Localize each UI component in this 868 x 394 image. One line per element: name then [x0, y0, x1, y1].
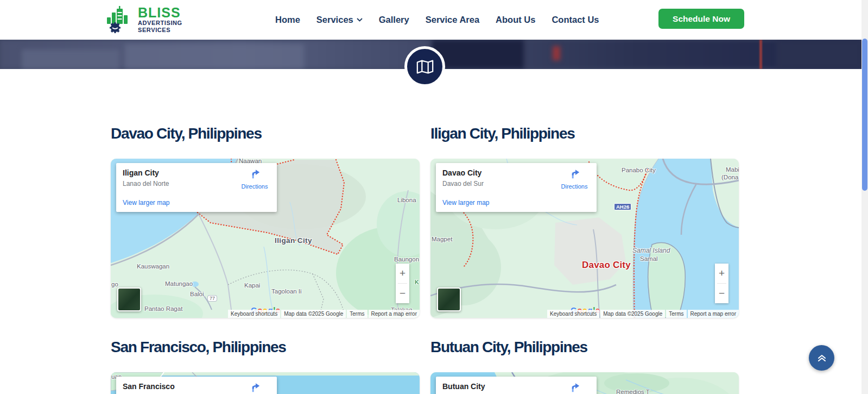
nav-about-us[interactable]: About Us	[496, 15, 535, 25]
map-card-subtitle: Lanao del Norte	[123, 180, 169, 187]
map-label: Iligan City	[275, 236, 312, 245]
logo-line2: ADVERTISING	[138, 20, 182, 26]
map-label: Matungao	[165, 280, 193, 287]
map-label: Baloi	[190, 291, 204, 297]
map-label: Tagoloan Ii	[271, 288, 302, 295]
map-info-card: Iligan City Lanao del Norte Directions V…	[116, 163, 277, 212]
google-map-embed[interactable]: Remedios T Butuan City + − Google Keyboa…	[430, 372, 739, 394]
map-label: Davao City	[582, 260, 631, 271]
map-label: Samal Island	[632, 247, 670, 254]
map-card-subtitle: Davao del Sur	[442, 180, 484, 187]
map-label: Panabo City	[622, 167, 656, 173]
map-icon	[416, 59, 434, 75]
attribution-item[interactable]: Keyboard shortcuts	[547, 310, 599, 318]
satellite-view-toggle[interactable]	[437, 287, 461, 311]
map-label: AH26	[614, 203, 631, 210]
directions-icon	[249, 381, 261, 393]
map-label: go	[111, 281, 118, 287]
view-larger-map-link[interactable]: View larger map	[442, 199, 489, 207]
nav-services[interactable]: Services	[316, 15, 363, 25]
map-card-title: Davao City	[442, 168, 481, 177]
nav-service-area[interactable]: Service Area	[426, 15, 479, 25]
directions-label[interactable]: Directions	[556, 183, 592, 190]
directions-label[interactable]: Directions	[237, 183, 273, 190]
map-label: Kapai	[244, 282, 260, 289]
attribution-item[interactable]: Keyboard shortcuts	[228, 310, 280, 318]
map-label: Pantao Ragat	[144, 305, 182, 312]
map-label: Magpet	[432, 236, 452, 242]
scrollbar-thumb[interactable]	[862, 39, 867, 191]
city-map-section: Davao City, Philippines NaawanLibonaIlig…	[111, 123, 420, 318]
satellite-view-toggle[interactable]	[117, 287, 141, 311]
zoom-in-button[interactable]: +	[715, 264, 728, 283]
logo-line1: BLISS	[138, 6, 182, 20]
section-heading: Davao City, Philippines	[111, 123, 420, 144]
map-card-title: Butuan City	[442, 382, 485, 391]
map-label: K	[415, 279, 419, 285]
map-label: Mabi	[726, 166, 739, 173]
section-heading: Iligan City, Philippines	[430, 123, 739, 144]
logo-line3: SERVICES	[138, 27, 182, 33]
map-info-card: Davao City Davao del Sur Directions View…	[436, 163, 597, 212]
attribution-item[interactable]: Terms	[666, 310, 686, 318]
google-map-embed[interactable]: NaawanLibonaIligan CityBaungonKauswaganM…	[111, 159, 420, 318]
zoom-out-button[interactable]: −	[396, 284, 409, 303]
nav-contact-us[interactable]: Contact Us	[552, 15, 599, 25]
map-zoom-control: + −	[396, 264, 409, 303]
zoom-in-button[interactable]: +	[396, 264, 409, 283]
map-label: Kauswagan	[137, 263, 169, 270]
schedule-now-button[interactable]: Schedule Now	[658, 9, 744, 29]
map-attribution: Keyboard shortcutsMap data ©2025 GoogleT…	[547, 310, 739, 318]
city-map-section: Butuan City, Philippines Remedios T Butu…	[430, 337, 739, 394]
logo-text: BLISS ADVERTISING SERVICES	[138, 6, 182, 33]
header: BLISS ADVERTISING SERVICES Home Services…	[0, 0, 868, 40]
directions-link[interactable]: Directions	[237, 167, 273, 190]
map-card-title: Iligan City	[123, 168, 159, 177]
nav-home[interactable]: Home	[275, 15, 300, 25]
section-heading: San Francisco, Philippines	[111, 337, 420, 358]
page-scrollbar[interactable]	[861, 0, 868, 394]
directions-icon	[568, 381, 581, 393]
map-label: Baungon	[394, 256, 419, 262]
directions-link[interactable]	[237, 381, 273, 394]
city-map-section: San Francisco, Philippines uan San Franc…	[111, 337, 420, 394]
directions-link[interactable]: Directions	[556, 167, 592, 190]
nav-gallery[interactable]: Gallery	[379, 15, 409, 25]
map-badge	[404, 46, 445, 87]
map-info-card: San Francisco	[116, 377, 277, 394]
zoom-out-button[interactable]: −	[715, 284, 728, 303]
map-attribution: Keyboard shortcutsMap data ©2025 GoogleT…	[228, 310, 420, 318]
map-label: Libona	[397, 197, 416, 203]
map-info-card: Butuan City	[436, 377, 597, 394]
directions-icon	[568, 167, 581, 180]
map-card-title: San Francisco	[123, 382, 175, 391]
map-label: Samal	[640, 255, 658, 262]
attribution-item[interactable]: Report a map error	[688, 310, 739, 318]
chevron-double-up-icon	[816, 353, 827, 363]
map-label: 77	[208, 296, 217, 301]
map-label: Remedios T	[616, 389, 650, 394]
attribution-item[interactable]: Report a map error	[369, 310, 420, 318]
map-label: (Dona A	[721, 174, 739, 180]
directions-link[interactable]	[556, 381, 592, 394]
chevron-down-icon	[357, 18, 363, 22]
view-larger-map-link[interactable]: View larger map	[123, 199, 169, 207]
attribution-item: Map data ©2025 Google	[600, 310, 665, 318]
google-map-embed[interactable]: uan San Francisco + − Google Keyboard sh…	[111, 372, 420, 394]
logo-icon	[106, 5, 134, 34]
attribution-item[interactable]: Terms	[347, 310, 367, 318]
main-nav: Home Services Gallery Service Area About…	[275, 0, 599, 40]
directions-icon	[249, 167, 261, 180]
google-map-embed[interactable]: Panabo CityMabi(Dona AAH26MagpetSamal Is…	[430, 159, 739, 318]
logo[interactable]: BLISS ADVERTISING SERVICES	[106, 5, 182, 34]
scroll-to-top-button[interactable]	[809, 345, 834, 371]
map-zoom-control: + −	[715, 264, 728, 303]
section-heading: Butuan City, Philippines	[430, 337, 739, 358]
attribution-item: Map data ©2025 Google	[281, 310, 346, 318]
city-map-section: Iligan City, Philippines Panabo CityMabi…	[430, 123, 739, 318]
